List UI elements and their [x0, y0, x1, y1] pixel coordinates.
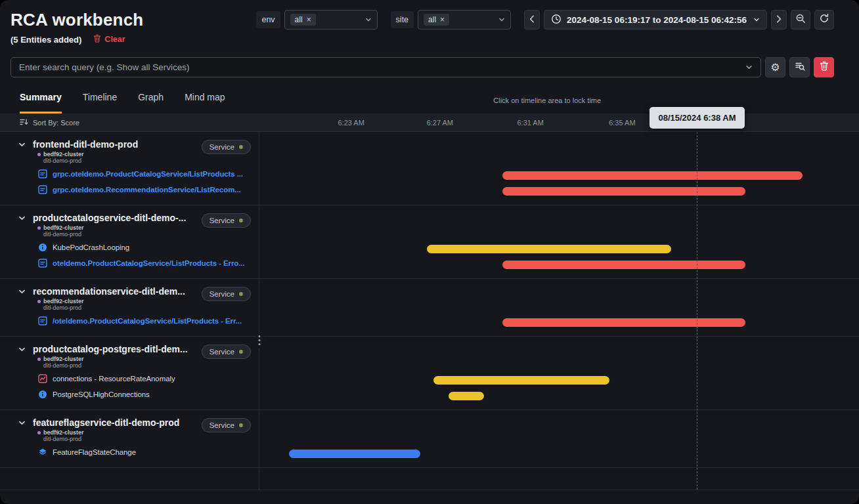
namespace-label: ditl-demo-prod — [43, 304, 202, 311]
site-filter-dropdown[interactable]: all × — [418, 10, 511, 30]
refresh-button[interactable] — [814, 10, 834, 30]
entity-group: frontend-ditl-demo-prodbedf92-clusterdit… — [0, 132, 859, 205]
chevron-down-icon — [498, 16, 505, 23]
finding-row[interactable]: connections - ResourceRateAnomaly — [18, 371, 251, 387]
timeline-lane[interactable] — [259, 132, 859, 205]
badge-label: Service — [209, 290, 234, 298]
trace-icon — [38, 259, 47, 268]
chevron-left-icon — [529, 14, 535, 26]
time-tick: 6:35 AM — [609, 119, 635, 127]
entity-name[interactable]: recommendationservice-ditl-dem... — [33, 286, 202, 297]
badge-label: Service — [209, 217, 234, 224]
namespace-label: ditl-demo-prod — [43, 231, 202, 238]
finding-label[interactable]: grpc.oteldemo.RecommendationService/List… — [53, 186, 241, 194]
timeline-bar[interactable] — [502, 187, 745, 196]
time-tick: 6:27 AM — [427, 119, 453, 127]
metric-icon — [38, 374, 47, 383]
finding-label: FeatureFlagStateChange — [53, 448, 136, 456]
timeline-bar[interactable] — [502, 318, 745, 327]
namespace-label: ditl-demo-prod — [43, 362, 202, 369]
cluster-dot — [37, 300, 41, 303]
sort-control[interactable]: Sort By: Score — [0, 114, 259, 131]
cluster-label: bedf92-cluster — [43, 356, 84, 362]
time-range-picker[interactable]: 2024-08-15 06:19:17 to 2024-08-15 06:42:… — [544, 10, 767, 30]
clear-entities-button[interactable]: Clear — [93, 34, 125, 45]
search-input[interactable]: Enter search query (e.g. Show all Servic… — [11, 57, 761, 77]
entity-group: productcatalogservice-ditl-demo-...bedf9… — [0, 205, 859, 279]
badge-status-dot — [239, 423, 243, 427]
timeline-lane[interactable] — [259, 205, 859, 278]
finding-label: PostgreSQLHighConnections — [53, 390, 150, 398]
timeline-bar[interactable] — [449, 392, 485, 400]
delete-query-button[interactable] — [814, 57, 834, 77]
time-tick: 6:31 AM — [517, 119, 543, 127]
site-chip-close-icon[interactable]: × — [440, 16, 445, 24]
cluster-label: bedf92-cluster — [43, 298, 84, 304]
info-icon — [38, 243, 47, 252]
time-axis[interactable]: 08/15/2024 6:38 AM 6:23 AM6:27 AM6:31 AM… — [259, 114, 859, 131]
entity-group: recommendationservice-ditl-dem...bedf92-… — [0, 279, 859, 337]
timeline-lane[interactable] — [259, 337, 859, 410]
sort-label: Sort By: Score — [33, 119, 79, 127]
service-badge: Service — [202, 213, 251, 228]
entity-name[interactable]: featureflagservice-ditl-demo-prod — [33, 417, 202, 428]
entity-name[interactable]: frontend-ditl-demo-prod — [33, 139, 202, 150]
settings-button[interactable]: ⚙ — [765, 57, 785, 77]
entity-panel: productcatalog-postgres-ditl-dem...bedf9… — [0, 337, 259, 410]
list-filler — [0, 468, 859, 490]
saved-queries-button[interactable] — [789, 57, 810, 77]
timeline-bar[interactable] — [289, 450, 420, 458]
zoom-out-button[interactable] — [791, 10, 810, 30]
rca-workbench-window: RCA workbench env all × site all × — [0, 0, 859, 504]
chevron-down-icon — [365, 16, 372, 23]
time-back-button[interactable] — [524, 10, 540, 30]
tab-mind-map[interactable]: Mind map — [185, 92, 225, 114]
finding-row[interactable]: oteldemo.ProductCatalogService/ListProdu… — [18, 255, 251, 271]
gear-icon: ⚙ — [770, 61, 780, 74]
refresh-icon — [819, 13, 829, 26]
chevron-down-icon — [753, 16, 760, 23]
finding-row[interactable]: /oteldemo.ProductCatalogService/ListProd… — [18, 313, 251, 329]
finding-row[interactable]: KubePodCrashLooping — [18, 240, 251, 255]
badge-label: Service — [209, 348, 234, 356]
tab-timeline[interactable]: Timeline — [83, 92, 117, 114]
chevron-down-icon[interactable] — [18, 417, 33, 427]
env-filter-dropdown[interactable]: all × — [284, 10, 378, 30]
site-filter-chip[interactable]: all × — [424, 14, 449, 26]
entity-name[interactable]: productcatalogservice-ditl-demo-... — [33, 213, 202, 223]
chevron-down-icon[interactable] — [18, 213, 33, 222]
chevron-down-icon[interactable] — [18, 286, 33, 295]
finding-row[interactable]: FeatureFlagStateChange — [18, 444, 251, 460]
env-filter-chip[interactable]: all × — [290, 14, 316, 26]
entity-name[interactable]: productcatalog-postgres-ditl-dem... — [33, 344, 202, 354]
time-tooltip: 08/15/2024 6:38 AM — [650, 107, 744, 129]
finding-row[interactable]: grpc.oteldemo.RecommendationService/List… — [18, 182, 251, 198]
flag-icon — [38, 448, 47, 457]
time-tick: 6:23 AM — [338, 119, 364, 127]
panel-resize-handle[interactable] — [256, 333, 263, 348]
finding-row[interactable]: PostgreSQLHighConnections — [18, 387, 251, 402]
chevron-down-icon[interactable] — [745, 64, 753, 71]
chevron-down-icon[interactable] — [18, 139, 33, 148]
timeline-bar[interactable] — [433, 376, 609, 385]
entities-row: (5 Entities added) Clear — [0, 34, 859, 45]
finding-label[interactable]: /oteldemo.ProductCatalogService/ListProd… — [53, 317, 242, 325]
service-badge: Service — [202, 418, 251, 432]
cluster-label: bedf92-cluster — [43, 151, 84, 158]
timeline-bar[interactable] — [427, 245, 672, 253]
finding-label[interactable]: grpc.oteldemo.ProductCatalogService/List… — [53, 170, 243, 178]
env-chip-close-icon[interactable]: × — [307, 16, 311, 24]
timeline-bar[interactable] — [502, 171, 803, 180]
chevron-down-icon[interactable] — [18, 344, 33, 353]
finding-label[interactable]: oteldemo.ProductCatalogService/ListProdu… — [53, 259, 244, 267]
service-badge: Service — [202, 345, 251, 359]
time-forward-button[interactable] — [771, 10, 787, 30]
tab-graph[interactable]: Graph — [138, 92, 164, 114]
timeline-lane[interactable] — [259, 279, 859, 336]
finding-row[interactable]: grpc.oteldemo.ProductCatalogService/List… — [18, 166, 251, 182]
tab-summary[interactable]: Summary — [20, 92, 62, 114]
entity-group: productcatalog-postgres-ditl-dem...bedf9… — [0, 337, 859, 410]
timeline-lane[interactable] — [259, 410, 859, 467]
timeline-bar[interactable] — [502, 261, 745, 269]
time-range-value: 2024-08-15 06:19:17 to 2024-08-15 06:42:… — [567, 15, 747, 25]
